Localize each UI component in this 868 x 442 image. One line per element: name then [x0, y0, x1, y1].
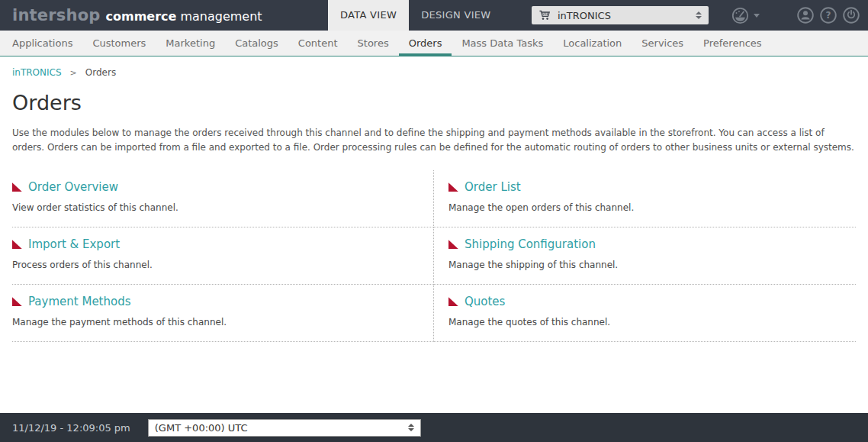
module-description: View order statistics of this channel. — [12, 202, 415, 213]
module-quotes-link[interactable]: Quotes — [448, 295, 505, 308]
cart-icon — [538, 9, 551, 21]
module-shipping-configuration: Shipping Configuration Manage the shippi… — [434, 227, 856, 285]
tab-design-view[interactable]: DESIGN VIEW — [409, 0, 503, 31]
page-description: Use the modules below to manage the orde… — [12, 126, 856, 154]
module-description: Manage the quotes of this channel. — [448, 317, 856, 327]
nav-item-preferences[interactable]: Preferences — [693, 31, 771, 56]
footer-bar: 11/12/19 - 12:09:05 pm (GMT +00:00) UTC — [0, 413, 868, 442]
nav-item-mass-data-tasks[interactable]: Mass Data Tasks — [452, 31, 553, 56]
module-import-export-link[interactable]: Import & Export — [12, 237, 120, 251]
page-title: Orders — [12, 91, 856, 115]
nav-item-orders[interactable]: Orders — [399, 31, 452, 56]
module-title-label: Order List — [465, 180, 521, 194]
nav-item-localization[interactable]: Localization — [553, 31, 632, 56]
module-description: Process orders of this channel. — [12, 260, 415, 270]
svg-text:?: ? — [826, 10, 831, 21]
user-account-icon — [796, 6, 815, 24]
timezone-select[interactable]: (GMT +00:00) UTC — [148, 419, 421, 437]
module-grid: Order Overview View order statistics of … — [12, 170, 856, 342]
footer-timestamp: 11/12/19 - 12:09:05 pm — [12, 422, 130, 434]
logout-button[interactable] — [842, 6, 860, 24]
chevron-down-icon — [754, 14, 760, 18]
flag-icon — [448, 182, 458, 192]
module-title-label: Import & Export — [28, 237, 120, 251]
intershop-logo[interactable]: intershop commerce management — [12, 0, 262, 31]
dashboard-gauge-icon — [731, 6, 750, 25]
main-navigation: Applications Customers Marketing Catalog… — [0, 31, 868, 56]
module-description: Manage the shipping of this channel. — [448, 260, 856, 270]
module-order-overview: Order Overview View order statistics of … — [12, 170, 434, 227]
logo-text-management: management — [180, 9, 262, 24]
flag-icon — [448, 297, 458, 306]
nav-item-applications[interactable]: Applications — [2, 31, 82, 56]
flag-icon — [12, 240, 22, 249]
user-account-button[interactable] — [796, 6, 815, 24]
module-order-list: Order List Manage the open orders of thi… — [434, 170, 856, 227]
nav-item-stores[interactable]: Stores — [348, 31, 399, 56]
tab-data-view[interactable]: DATA VIEW — [328, 0, 409, 31]
top-bar: intershop commerce management DATA VIEW … — [0, 0, 868, 31]
flag-icon — [12, 182, 22, 192]
logo-text-commerce: commerce — [106, 9, 177, 24]
timezone-select-value: (GMT +00:00) UTC — [155, 422, 248, 434]
chevron-updown-icon — [696, 11, 702, 19]
help-button[interactable]: ? — [819, 6, 837, 24]
nav-item-services[interactable]: Services — [632, 31, 693, 56]
nav-item-customers[interactable]: Customers — [82, 31, 156, 56]
module-payment-methods: Payment Methods Manage the payment metho… — [12, 285, 434, 342]
module-quotes: Quotes Manage the quotes of this channel… — [434, 285, 856, 342]
module-shipping-configuration-link[interactable]: Shipping Configuration — [448, 237, 596, 251]
breadcrumb-channel-link[interactable]: inTRONICS — [12, 67, 62, 78]
chevron-updown-icon — [408, 424, 414, 431]
view-mode-tabs: DATA VIEW DESIGN VIEW — [328, 0, 503, 31]
nav-item-marketing[interactable]: Marketing — [156, 31, 225, 56]
module-description: Manage the payment methods of this chann… — [12, 317, 415, 327]
channel-selector-value: inTRONICS — [558, 10, 611, 21]
dashboard-gauge-menu[interactable] — [731, 6, 760, 25]
flag-icon — [448, 240, 458, 249]
header-icon-group: ? — [731, 0, 860, 31]
flag-icon — [12, 297, 22, 306]
module-order-overview-link[interactable]: Order Overview — [12, 180, 118, 194]
breadcrumb-separator: > — [70, 68, 77, 78]
module-description: Manage the open orders of this channel. — [448, 202, 856, 213]
module-title-label: Quotes — [465, 295, 505, 308]
module-title-label: Order Overview — [28, 180, 118, 194]
nav-item-catalogs[interactable]: Catalogs — [225, 31, 288, 56]
logo-text-intershop: intershop — [12, 7, 101, 24]
breadcrumb-current: Orders — [85, 67, 116, 78]
help-icon: ? — [819, 6, 837, 24]
module-import-export: Import & Export Process orders of this c… — [12, 227, 434, 285]
module-title-label: Shipping Configuration — [465, 237, 596, 251]
channel-selector[interactable]: inTRONICS — [532, 6, 709, 24]
logout-power-icon — [842, 6, 860, 24]
module-order-list-link[interactable]: Order List — [448, 180, 521, 194]
module-title-label: Payment Methods — [28, 295, 131, 308]
nav-item-content[interactable]: Content — [288, 31, 348, 56]
module-payment-methods-link[interactable]: Payment Methods — [12, 295, 131, 308]
breadcrumb: inTRONICS > Orders — [0, 56, 868, 78]
